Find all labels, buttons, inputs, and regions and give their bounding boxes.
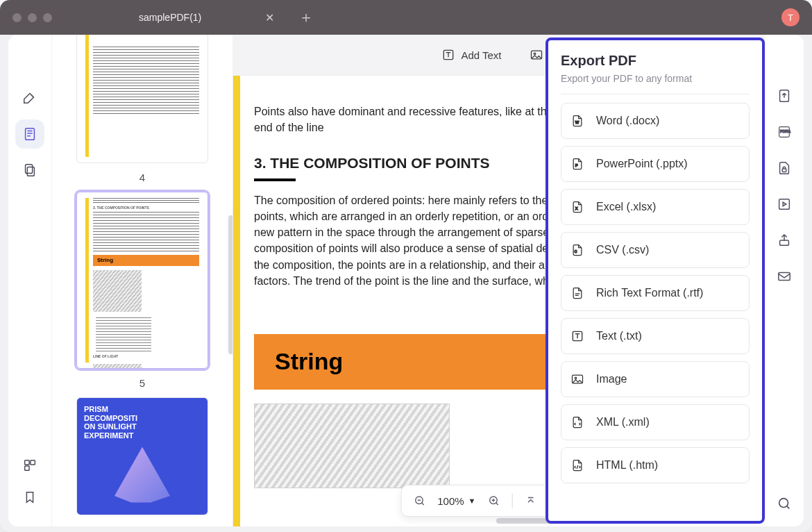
export-subtitle: Export your PDF to any format [561,73,750,84]
export-option-csv[interactable]: C CSV (.csv) [561,232,750,268]
text-icon [570,329,585,344]
svg-text:PDF/A: PDF/A [780,129,790,133]
export-option-word[interactable]: W Word (.docx) [561,103,750,139]
separator [511,493,512,508]
title-bar: samplePDF(1) ✕ ＋ T [0,0,812,35]
word-icon: W [570,113,585,128]
close-window-icon[interactable] [12,13,22,22]
share-icon[interactable] [775,231,793,249]
left-toolbar [8,35,52,526]
divider [561,94,750,94]
mail-icon[interactable] [775,267,793,285]
export-pdf-panel: Export PDF Export your PDF to any format… [545,38,765,524]
copy-pages-icon[interactable] [15,156,44,185]
svg-rect-0 [26,128,35,140]
svg-point-17 [575,377,577,379]
zoom-out-button[interactable] [409,491,429,510]
export-title: Export PDF [561,53,750,69]
slideshow-icon[interactable] [775,195,793,213]
rtf-icon [570,285,585,301]
svg-point-8 [534,53,536,55]
image-icon [570,372,585,387]
html-icon [570,458,585,473]
user-avatar[interactable]: T [781,8,800,26]
first-page-button[interactable] [521,491,540,510]
svg-rect-24 [779,273,790,281]
zoom-in-button[interactable] [484,491,503,510]
export-option-powerpoint[interactable]: P PowerPoint (.pptx) [561,146,750,182]
svg-rect-22 [779,199,790,210]
svg-text:C: C [575,249,577,253]
svg-text:X: X [575,206,578,210]
app-window: samplePDF(1) ✕ ＋ T [0,0,812,532]
svg-rect-21 [782,169,786,172]
xml-icon [570,415,585,430]
right-toolbar: PDF/A [765,35,804,526]
content-area: 4 3. THE COMPOSITION OF POINTS String LI… [8,35,804,526]
zoom-level[interactable]: 100% ▼ [437,495,475,507]
image-placeholder [254,404,450,488]
thumbnail-panel[interactable]: 4 3. THE COMPOSITION OF POINTS String LI… [52,35,232,526]
window-controls [12,13,52,22]
svg-text:P: P [575,163,578,167]
export-option-rtf[interactable]: Rich Text Format (.rtf) [561,275,750,311]
protect-icon[interactable] [775,159,793,177]
outline-icon[interactable] [15,453,44,478]
svg-point-25 [779,499,788,508]
svg-rect-1 [27,167,34,176]
page-thumbnail[interactable]: 4 [71,35,213,183]
svg-rect-23 [780,240,789,245]
bookmark-icon[interactable] [15,485,44,510]
page-thumbnail-selected[interactable]: 3. THE COMPOSITION OF POINTS String LINE… [71,192,213,389]
export-option-text[interactable]: Text (.txt) [561,318,750,354]
csv-icon: C [570,242,585,258]
svg-rect-2 [26,165,33,174]
pdfa-icon[interactable]: PDF/A [775,123,793,141]
svg-rect-4 [31,460,35,465]
heading-rule [254,178,296,181]
highlighter-icon[interactable] [15,83,44,113]
export-option-image[interactable]: Image [561,361,750,397]
tab-title: samplePDF(1) [139,12,201,23]
add-tab-button[interactable]: ＋ [285,7,328,28]
close-tab-icon[interactable]: ✕ [265,11,274,24]
svg-rect-5 [25,466,29,470]
add-text-button[interactable]: Add Text [441,48,501,62]
page-thumbnail[interactable]: PRISM DECOMPOSITI ON SUNLIGHT EXPERIMENT [71,397,213,515]
export-option-excel[interactable]: X Excel (.xlsx) [561,189,750,225]
pages-panel-icon[interactable] [15,119,44,149]
thumbnail-page-number: 4 [71,172,213,183]
thumbnail-page-number: 5 [71,377,213,389]
search-icon[interactable] [775,494,793,513]
maximize-window-icon[interactable] [43,13,52,22]
excel-icon: X [570,199,585,215]
export-option-xml[interactable]: XML (.xml) [561,404,750,440]
export-option-html[interactable]: HTML (.htm) [561,447,750,483]
minimize-window-icon[interactable] [28,13,37,22]
export-icon[interactable] [775,87,793,105]
svg-text:W: W [575,120,580,124]
window-tab[interactable]: samplePDF(1) ✕ [101,0,285,35]
powerpoint-icon: P [570,156,585,172]
svg-rect-3 [25,460,29,465]
